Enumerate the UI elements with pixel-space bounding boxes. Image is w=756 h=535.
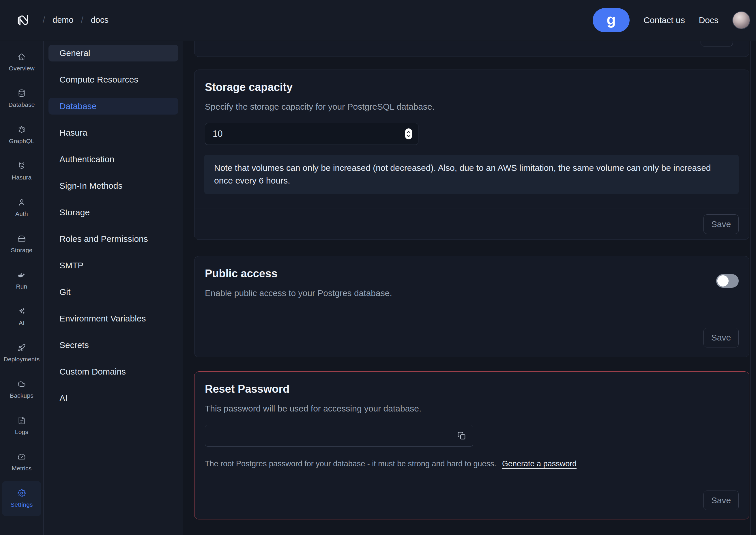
sidebar-item-label: Logs	[15, 429, 28, 436]
settings-menu-item-hasura[interactable]: Hasura	[48, 125, 178, 141]
home-icon	[17, 53, 26, 62]
password-field-wrap	[205, 425, 473, 447]
sidebar-item-label: Settings	[11, 501, 33, 508]
database-icon	[17, 89, 26, 99]
public-access-toggle[interactable]	[716, 274, 739, 288]
settings-menu-item-storage[interactable]: Storage	[48, 204, 178, 221]
primary-sidebar: Overview Database GraphQL Hasura Auth St…	[0, 41, 43, 535]
chevron-up-icon	[406, 131, 410, 133]
sidebar-item-label: AI	[19, 320, 24, 326]
sidebar-item-label: Auth	[15, 211, 28, 217]
save-button[interactable]: Save	[704, 491, 739, 510]
section-title: Storage capacity	[205, 80, 739, 94]
toggle-knob	[717, 275, 729, 287]
sidebar-item-label: Overview	[9, 65, 34, 72]
stepper-divider	[406, 134, 411, 134]
storage-capacity-card: Storage capacity Specify the storage cap…	[194, 70, 749, 240]
settings-menu-item-smtp[interactable]: SMTP	[48, 257, 178, 274]
hard-drive-icon	[17, 235, 26, 244]
copy-password-button[interactable]	[457, 431, 467, 441]
save-button[interactable]: Save	[704, 214, 739, 234]
storage-capacity-field-wrap	[205, 123, 418, 145]
file-text-icon	[17, 416, 26, 426]
sidebar-item-label: GraphQL	[9, 138, 34, 145]
password-helper-row: The root Postgres password for your data…	[205, 460, 739, 468]
section-title: Reset Password	[205, 382, 739, 396]
sidebar-item-settings[interactable]: Settings	[2, 481, 41, 516]
save-button[interactable]: Save	[704, 328, 739, 348]
main-content: Storage capacity Specify the storage cap…	[183, 41, 750, 535]
sidebar-item-metrics[interactable]: Metrics	[2, 445, 41, 480]
sparkles-icon	[17, 307, 26, 317]
settings-menu-item-custom-domains[interactable]: Custom Domains	[48, 363, 178, 380]
assistant-button[interactable]: g	[593, 8, 630, 32]
sidebar-item-label: Database	[8, 101, 35, 108]
save-button-partial[interactable]	[701, 41, 733, 46]
breadcrumb-separator: /	[81, 15, 83, 25]
sidebar-item-label: Run	[16, 283, 27, 290]
sidebar-item-auth[interactable]: Auth	[2, 190, 41, 225]
contact-us-link[interactable]: Contact us	[643, 15, 685, 25]
gear-icon	[17, 489, 26, 498]
gauge-icon	[17, 453, 26, 462]
top-navigation-bar: / demo / docs g Contact us Docs	[0, 0, 756, 41]
breadcrumb-project[interactable]: demo	[52, 15, 73, 25]
sidebar-item-logs[interactable]: Logs	[2, 408, 41, 443]
card-footer: Save	[194, 209, 749, 239]
settings-menu-item-git[interactable]: Git	[48, 284, 178, 300]
section-description: This password will be used for accessing…	[205, 403, 739, 414]
settings-menu-item-roles-and-permissions[interactable]: Roles and Permissions	[48, 231, 178, 247]
breadcrumb: / demo / docs	[43, 15, 108, 25]
reset-password-card: Reset Password This password will be use…	[194, 371, 749, 520]
sidebar-item-hasura[interactable]: Hasura	[2, 154, 41, 189]
number-stepper[interactable]	[405, 128, 412, 139]
settings-menu-item-authentication[interactable]: Authentication	[48, 151, 178, 168]
graphql-icon	[17, 126, 26, 135]
sidebar-item-label: Deployments	[4, 356, 40, 363]
database-password-input[interactable]	[205, 425, 473, 447]
sidebar-item-storage[interactable]: Storage	[2, 227, 41, 262]
section-title: Public access	[205, 267, 739, 280]
storage-capacity-input[interactable]	[205, 123, 418, 145]
chevron-down-icon	[406, 135, 410, 137]
sidebar-item-backups[interactable]: Backups	[2, 372, 41, 407]
sidebar-item-graphql[interactable]: GraphQL	[2, 118, 41, 153]
settings-menu-item-ai[interactable]: AI	[48, 390, 178, 407]
breadcrumb-separator: /	[43, 15, 45, 25]
sidebar-item-deployments[interactable]: Deployments	[2, 336, 41, 371]
rocket-icon	[17, 344, 26, 353]
sidebar-item-overview[interactable]: Overview	[2, 45, 41, 80]
section-description: Enable public access to your Postgres da…	[205, 287, 739, 299]
breadcrumb-app[interactable]: docs	[91, 15, 108, 25]
generate-password-link[interactable]: Generate a password	[502, 460, 576, 468]
sidebar-item-label: Metrics	[12, 465, 31, 472]
settings-menu-item-secrets[interactable]: Secrets	[48, 337, 178, 353]
user-icon	[17, 198, 26, 208]
user-avatar[interactable]	[732, 11, 750, 29]
docs-link[interactable]: Docs	[699, 15, 718, 25]
sidebar-item-label: Backups	[10, 392, 34, 399]
topbar-actions: g Contact us Docs	[593, 0, 750, 41]
sidebar-item-database[interactable]: Database	[2, 81, 41, 116]
public-access-card: Public access Enable public access to yo…	[194, 256, 749, 357]
settings-menu: General Compute Resources Database Hasur…	[44, 41, 183, 535]
sidebar-item-ai[interactable]: AI	[2, 299, 41, 334]
copy-icon	[457, 432, 466, 440]
docker-icon	[17, 271, 26, 280]
card-footer: Save	[194, 481, 749, 519]
previous-section-card	[194, 41, 749, 57]
settings-menu-item-general[interactable]: General	[48, 45, 178, 62]
settings-menu-item-sign-in-methods[interactable]: Sign-In Methods	[48, 178, 178, 194]
sidebar-item-label: Hasura	[12, 174, 32, 181]
settings-menu-item-environment-variables[interactable]: Environment Variables	[48, 310, 178, 327]
sidebar-item-run[interactable]: Run	[2, 263, 41, 298]
section-description: Specify the storage capacity for your Po…	[205, 101, 739, 113]
sidebar-item-label: Storage	[11, 247, 33, 254]
settings-menu-item-database[interactable]: Database	[48, 98, 178, 115]
nhost-logo-icon[interactable]	[15, 12, 32, 28]
volume-increase-note: Note that volumes can only be increased …	[204, 155, 739, 194]
cloud-icon	[17, 380, 26, 389]
password-helper-text: The root Postgres password for your data…	[205, 460, 496, 468]
hasura-icon	[17, 162, 26, 171]
settings-menu-item-compute-resources[interactable]: Compute Resources	[48, 71, 178, 88]
